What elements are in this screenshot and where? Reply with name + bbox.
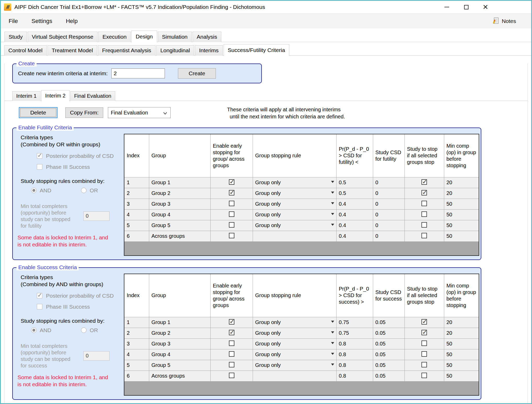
criteria-types-label: Criteria types (Combined by AND within g… bbox=[21, 274, 119, 288]
study-csd-cell: 0.05 bbox=[373, 328, 404, 338]
dropdown-arrow-icon bbox=[331, 213, 334, 215]
futility-study-stop-checkbox-row-3[interactable] bbox=[421, 201, 427, 206]
futility-col-header-4: Pr(P_d - P_0 > CSD for futility) < bbox=[336, 134, 373, 177]
dropdown-arrow-icon bbox=[331, 181, 334, 183]
group-stopping-rule-dropdown[interactable]: Group only bbox=[253, 360, 336, 371]
tab-execution[interactable]: Execution bbox=[98, 32, 131, 42]
min-comp-cell: 50 bbox=[444, 199, 479, 209]
futility-enable-checkbox-row-4[interactable] bbox=[229, 211, 234, 217]
group-stopping-rule-dropdown bbox=[253, 371, 336, 381]
futility-study-stop-checkbox-row-5[interactable] bbox=[421, 222, 427, 228]
futility-enable-checkbox-row-3[interactable] bbox=[229, 201, 234, 206]
futility-enable-checkbox-row-5[interactable] bbox=[229, 222, 234, 228]
futility-table: IndexGroupEnable early stopping for grou… bbox=[124, 134, 479, 256]
minimize-button[interactable] bbox=[443, 3, 451, 11]
posterior-probability-checkbox bbox=[37, 153, 42, 159]
tab-simulation[interactable]: Simulation bbox=[158, 32, 192, 42]
pr-threshold-cell[interactable]: 0.75 bbox=[336, 317, 373, 328]
pr-threshold-cell[interactable]: 0.5 bbox=[336, 177, 373, 188]
study-stop-cell bbox=[404, 317, 444, 328]
group-stopping-rule-dropdown[interactable]: Group only bbox=[253, 349, 336, 360]
interim-number-input[interactable] bbox=[111, 68, 165, 78]
tab-interim-1[interactable]: Interim 1 bbox=[12, 91, 41, 101]
success-enable-checkbox-row-3[interactable] bbox=[229, 340, 234, 346]
dropdown-arrow-icon bbox=[331, 353, 334, 355]
row-index: 3 bbox=[124, 199, 149, 209]
group-stopping-rule-dropdown[interactable]: Group only bbox=[253, 338, 336, 349]
row-index: 4 bbox=[124, 209, 149, 220]
copy-from-button[interactable]: Copy From: bbox=[65, 107, 103, 118]
create-button[interactable]: Create bbox=[178, 68, 216, 79]
phase3-success-checkbox bbox=[37, 304, 42, 309]
success-study-stop-checkbox-row-6[interactable] bbox=[421, 373, 427, 378]
group-name: Group 4 bbox=[149, 349, 210, 360]
futility-table-row: 4Group 4Group only0.4050 bbox=[124, 209, 479, 220]
row-index: 2 bbox=[124, 188, 149, 199]
success-study-stop-checkbox-row-5[interactable] bbox=[421, 362, 427, 367]
notes-button[interactable]: Notes bbox=[492, 17, 516, 25]
dropdown-arrow-icon bbox=[331, 321, 334, 323]
futility-enable-checkbox-row-2[interactable] bbox=[229, 190, 234, 195]
tab-design[interactable]: Design bbox=[131, 31, 157, 42]
or-label: OR bbox=[90, 327, 98, 333]
enable-early-stopping-cell bbox=[210, 338, 253, 349]
group-stopping-rule-dropdown[interactable]: Group only bbox=[253, 209, 336, 220]
tab-frequentist-analysis[interactable]: Frequentist Analysis bbox=[98, 45, 155, 56]
futility-enable-checkbox-row-1[interactable] bbox=[229, 179, 234, 185]
success-enable-checkbox-row-5[interactable] bbox=[229, 362, 234, 367]
copy-from-dropdown[interactable]: Final Evaluation bbox=[108, 107, 171, 118]
futility-study-stop-checkbox-row-1[interactable] bbox=[421, 179, 427, 185]
success-study-stop-checkbox-row-1[interactable] bbox=[421, 319, 427, 325]
phase3-success-checkbox bbox=[37, 164, 42, 170]
success-enable-checkbox-row-1[interactable] bbox=[229, 319, 234, 325]
success-study-stop-checkbox-row-2[interactable] bbox=[421, 330, 427, 335]
delete-button[interactable]: Delete bbox=[19, 107, 57, 118]
group-stopping-rule-dropdown[interactable]: Group only bbox=[253, 220, 336, 231]
chevron-down-icon bbox=[163, 111, 167, 116]
success-study-stop-checkbox-row-4[interactable] bbox=[421, 351, 427, 357]
tab-study[interactable]: Study bbox=[4, 32, 27, 42]
min-comp-cell: 50 bbox=[444, 360, 479, 371]
success-legend: Enable Success Criteria bbox=[16, 264, 79, 270]
futility-study-stop-checkbox-row-6[interactable] bbox=[421, 233, 427, 238]
tab-interim-2[interactable]: Interim 2 bbox=[41, 90, 70, 101]
success-enable-checkbox-row-2[interactable] bbox=[229, 330, 234, 335]
futility-table-wrap: IndexGroupEnable early stopping for grou… bbox=[124, 134, 479, 256]
pr-threshold-cell[interactable]: 0.75 bbox=[336, 328, 373, 338]
study-csd-cell: 0 bbox=[373, 188, 404, 199]
success-options: Criteria types (Combined by AND within g… bbox=[13, 274, 119, 396]
futility-study-stop-checkbox-row-4[interactable] bbox=[421, 211, 427, 217]
tab-control-model[interactable]: Control Model bbox=[4, 45, 47, 56]
futility-table-row: 5Group 5Group only0.4050 bbox=[124, 220, 479, 231]
group-stopping-rule-dropdown[interactable]: Group only bbox=[253, 317, 336, 328]
window-controls: ✕ bbox=[443, 1, 489, 13]
group-stopping-rule-dropdown[interactable]: Group only bbox=[253, 199, 336, 209]
group-stopping-rule-dropdown[interactable]: Group only bbox=[253, 328, 336, 338]
success-enable-checkbox-row-6[interactable] bbox=[229, 373, 234, 378]
menu-help[interactable]: Help bbox=[66, 18, 78, 25]
notes-icon bbox=[492, 17, 500, 25]
copy-from-value: Final Evaluation bbox=[111, 110, 148, 116]
tab-longitudinal[interactable]: Longitudinal bbox=[156, 45, 194, 56]
tab-interims[interactable]: Interims bbox=[195, 45, 223, 56]
tab-final-evaluation[interactable]: Final Evaluation bbox=[70, 91, 115, 101]
pr-threshold-cell[interactable]: 0.5 bbox=[336, 188, 373, 199]
group-name: Group 1 bbox=[149, 177, 210, 188]
tab-success-futility-criteria[interactable]: Success/Futility Criteria bbox=[224, 44, 289, 56]
min-comp-cell: 50 bbox=[444, 231, 479, 241]
futility-study-stop-checkbox-row-2[interactable] bbox=[421, 190, 427, 195]
group-name: Group 2 bbox=[149, 328, 210, 338]
group-stopping-rule-dropdown[interactable]: Group only bbox=[253, 177, 336, 188]
tab-virtual-subject-response[interactable]: Virtual Subject Response bbox=[28, 32, 97, 42]
tab-treatment-model[interactable]: Treatment Model bbox=[48, 45, 97, 56]
close-button[interactable]: ✕ bbox=[482, 3, 489, 11]
futility-enable-checkbox-row-6[interactable] bbox=[229, 233, 234, 238]
menu-settings[interactable]: Settings bbox=[31, 18, 52, 25]
group-stopping-rule-dropdown[interactable]: Group only bbox=[253, 188, 336, 199]
menu-file[interactable]: File bbox=[9, 18, 18, 25]
tab-analysis[interactable]: Analysis bbox=[193, 32, 221, 42]
success-study-stop-checkbox-row-3[interactable] bbox=[421, 340, 427, 346]
success-enable-checkbox-row-4[interactable] bbox=[229, 351, 234, 357]
maximize-button[interactable] bbox=[462, 3, 470, 11]
and-radio bbox=[31, 188, 37, 193]
